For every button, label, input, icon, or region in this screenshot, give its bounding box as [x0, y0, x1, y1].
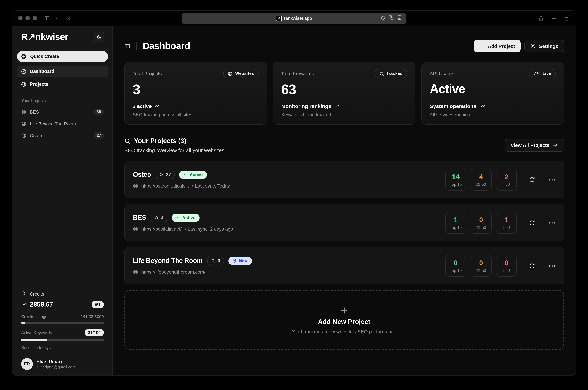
bolt-icon — [176, 216, 180, 220]
rank-box-11-50: 0 11-50 — [471, 255, 492, 277]
minimize-window-button[interactable] — [25, 16, 30, 20]
refresh-icon[interactable] — [529, 177, 535, 183]
close-window-button[interactable] — [18, 16, 23, 20]
section-subtitle: SEO tracking overview for all your websi… — [124, 147, 224, 153]
theme-toggle-button[interactable] — [94, 31, 104, 42]
reader-mode-icon[interactable] — [397, 15, 402, 22]
user-options-icon[interactable]: ⋮ — [99, 361, 104, 367]
credits-panel: Credits 2858,67 5% Credits Usage 141,33/… — [17, 291, 108, 350]
translate-icon[interactable] — [389, 15, 394, 22]
settings-button[interactable]: Settings — [524, 40, 564, 52]
projects-section-header: Your Projects (3) SEO tracking overview … — [124, 137, 564, 153]
credits-label: Credits — [30, 291, 44, 296]
refresh-icon[interactable] — [529, 263, 535, 269]
stat-card-api-usage: API Usage API Live Active System operati… — [421, 62, 564, 125]
stat-trend-text: 3 active — [133, 103, 152, 109]
tab-overview-icon[interactable] — [564, 15, 570, 21]
target-icon — [233, 259, 237, 263]
last-sync: • Last sync: 2 days ago — [185, 226, 233, 232]
project-row-life-beyond-the-room[interactable]: Life Beyond The Room 0 New — [124, 247, 564, 285]
sidebar-project-life-beyond-the-room[interactable]: Life Beyond The Room — [17, 118, 108, 130]
zoom-window-button[interactable] — [33, 16, 37, 20]
globe-icon — [21, 109, 26, 114]
sidebar-item-dashboard[interactable]: Dashboard — [17, 66, 108, 77]
sidebar-project-osteo[interactable]: Osteo 27 — [17, 130, 108, 141]
project-name: Osteo — [133, 171, 151, 179]
your-projects-label: Your Projects — [21, 98, 104, 103]
active-keywords-badge: 31/100 — [85, 329, 104, 336]
stat-cards: Total Projects Websites 3 3 active SEO t… — [124, 62, 564, 125]
more-options-icon[interactable]: ⋯ — [549, 176, 555, 183]
keyword-count-pill: 27 — [156, 171, 175, 179]
globe-icon — [228, 71, 233, 76]
last-sync: • Last sync: Today — [192, 183, 230, 189]
status-badge: Active — [172, 214, 199, 222]
project-row-osteo[interactable]: Osteo 27 Active htt — [124, 161, 564, 198]
more-options-icon[interactable]: ⋯ — [549, 219, 555, 226]
stat-subtext: Keywords being tracked — [281, 112, 407, 117]
url-text: rankwiser.app — [284, 16, 312, 21]
user-name: Elias Ripari — [37, 359, 76, 364]
rank-box-11-50: 4 11-50 — [471, 169, 492, 191]
search-icon — [160, 173, 164, 177]
more-options-icon[interactable]: ⋯ — [549, 262, 555, 269]
bolt-icon — [183, 173, 188, 177]
coins-icon — [21, 291, 27, 296]
moon-icon — [96, 34, 102, 39]
stat-trend-text: Monitoring rankings — [281, 103, 331, 109]
stat-value: Active — [430, 82, 556, 96]
address-bar[interactable]: ↗ rankwiser.app — [182, 12, 406, 24]
page-header: Dashboard Add Project Settings — [124, 40, 564, 52]
share-icon[interactable] — [538, 15, 544, 21]
trending-up-icon — [334, 103, 339, 109]
reload-icon[interactable] — [381, 15, 385, 21]
user-menu[interactable]: ER Elias Ripari eliasripari@gmail.com ⋮ — [17, 355, 108, 371]
stat-value: 63 — [281, 82, 407, 97]
stat-card-total-projects: Total Projects Websites 3 3 active SEO t… — [124, 62, 267, 125]
collapse-sidebar-icon[interactable] — [124, 43, 130, 49]
section-title: Your Projects (3) — [134, 137, 186, 145]
keyword-count-badge: 36 — [94, 109, 104, 115]
search-icon — [211, 259, 215, 263]
add-new-project-card[interactable]: Add New Project Start tracking a new web… — [124, 290, 564, 350]
stat-subtext: SEO tracking across all sites — [133, 112, 259, 117]
status-badge: Active — [179, 171, 207, 179]
arrow-right-icon — [553, 142, 558, 148]
rank-box-top10: 14 Top 10 — [445, 169, 466, 191]
active-keywords-bar — [21, 339, 104, 341]
chevron-down-icon[interactable] — [55, 16, 59, 20]
credits-usage-value: 141,33/3000 — [81, 314, 104, 319]
refresh-icon[interactable] — [529, 220, 535, 226]
active-keywords-label: Active Keywords — [21, 330, 52, 335]
quick-create-button[interactable]: Quick Create — [17, 51, 108, 62]
sidebar-toggle-icon[interactable] — [44, 15, 50, 21]
globe-icon — [133, 183, 138, 189]
project-url: https://besitalia.net/ — [141, 226, 182, 232]
new-tab-icon[interactable] — [551, 15, 557, 21]
browser-window: ↗ rankwiser.app R↗nkwiser — [12, 10, 576, 376]
stat-subtext: All services running — [430, 112, 556, 117]
status-badge: New — [228, 257, 252, 265]
back-icon[interactable] — [66, 15, 72, 21]
project-row-bes[interactable]: BES 4 Active https: — [124, 204, 564, 241]
stat-card-total-keywords: Total Keywords Tracked 63 Monitoring ran… — [273, 62, 416, 125]
stat-label: Total Keywords — [281, 71, 314, 76]
search-icon — [379, 71, 384, 76]
rank-box-top10: 0 Top 10 — [445, 255, 466, 277]
stat-label: API Usage — [430, 71, 453, 76]
sidebar-project-bes[interactable]: BES 36 — [17, 106, 108, 118]
app-logo: R↗nkwiser — [21, 31, 68, 42]
avatar: ER — [21, 358, 33, 370]
active-keywords-bar-fill — [21, 339, 47, 341]
tracked-badge: Tracked — [375, 69, 407, 78]
sidebar-item-projects[interactable]: Projects — [17, 79, 108, 90]
trending-up-icon — [481, 103, 486, 109]
api-icon: API — [534, 72, 540, 76]
user-email: eliasripari@gmail.com — [37, 365, 76, 369]
stat-value: 3 — [133, 82, 259, 97]
credits-usage-bar-fill — [21, 322, 25, 324]
add-project-button[interactable]: Add Project — [474, 40, 520, 52]
view-all-projects-button[interactable]: View All Projects — [505, 139, 564, 151]
globe-icon — [133, 269, 138, 275]
trending-up-icon — [155, 103, 160, 109]
